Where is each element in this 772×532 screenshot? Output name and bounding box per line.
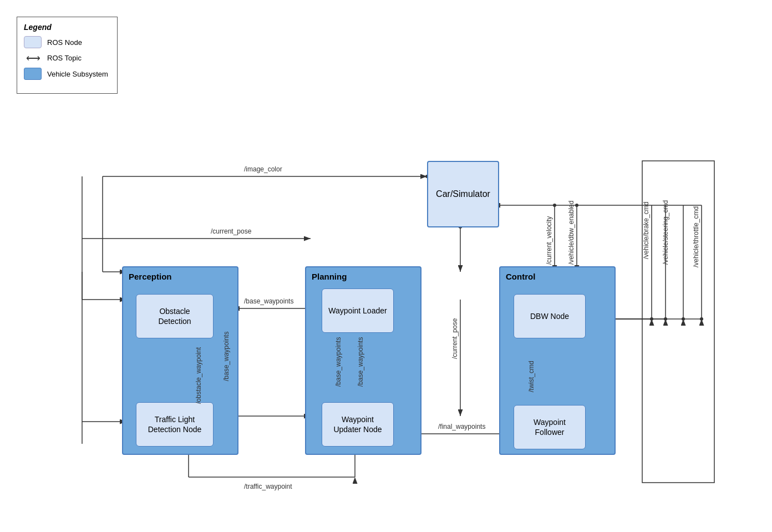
car-simulator-node: Car/Simulator — [427, 161, 499, 227]
waypoint-updater-node: WaypointUpdater Node — [322, 402, 394, 447]
svg-point-32 — [682, 317, 685, 321]
vehicle-throttle-cmd-label: /vehicle/throttle_cmd — [692, 206, 700, 267]
legend-ros-node-label: ROS Node — [47, 38, 82, 47]
obstacle-waypoint-label: /obstacle_waypoint — [195, 347, 202, 404]
waypoint-loader-label: Waypoint Loader — [328, 306, 387, 316]
traffic-light-detection-label: Traffic LightDetection Node — [148, 414, 202, 434]
svg-point-35 — [700, 317, 703, 321]
car-simulator-label: Car/Simulator — [436, 189, 490, 199]
obstacle-detection-node: ObstacleDetection — [136, 294, 214, 338]
waypoint-updater-label: WaypointUpdater Node — [333, 414, 382, 434]
waypoint-follower-node: WaypointFollower — [514, 405, 586, 449]
current-pose-vert-label: /current_pose — [451, 318, 459, 359]
legend-vehicle-label: Vehicle Subsystem — [47, 70, 108, 78]
perception-label: Perception — [129, 272, 172, 281]
legend: Legend ROS Node ⟷ ROS Topic Vehicle Subs… — [17, 17, 118, 94]
vehicle-brake-cmd-label: /vehicle/brake_cmd — [642, 202, 650, 259]
final-waypoints-label: /final_waypoints — [438, 423, 485, 430]
vehicle-steering-cmd-label: /vehicle/steering_cmd — [662, 200, 669, 265]
dbw-node: DBW Node — [514, 294, 586, 338]
current-velocity-label: /current_velocity — [545, 216, 553, 265]
base-waypoints-vert3-label: /base_waypoints — [357, 337, 364, 387]
svg-point-12 — [553, 204, 556, 207]
traffic-light-detection-node: Traffic LightDetection Node — [136, 402, 214, 447]
traffic-waypoint-label: /traffic_waypoint — [244, 483, 292, 490]
waypoint-loader-node: Waypoint Loader — [322, 288, 394, 333]
legend-ros-topic-item: ⟷ ROS Topic — [24, 54, 108, 62]
legend-vehicle-item: Vehicle Subsystem — [24, 68, 108, 80]
legend-ros-node-item: ROS Node — [24, 36, 108, 48]
dbw-node-label: DBW Node — [530, 311, 569, 321]
legend-vehicle-icon — [24, 68, 42, 80]
legend-ros-topic-label: ROS Topic — [47, 54, 82, 62]
legend-title: Legend — [24, 23, 108, 32]
vehicle-dbw-enabled-label: /vehicle/dbw_enabled — [567, 201, 575, 265]
base-waypoints-horiz-label: /base_waypoints — [244, 297, 293, 305]
control-label: Control — [506, 272, 535, 281]
twist-cmd-label: /twist_cmd — [527, 361, 535, 392]
svg-point-27 — [650, 317, 653, 321]
base-waypoints-vert2-label: /base_waypoints — [334, 337, 342, 387]
legend-topic-icon: ⟷ — [24, 55, 42, 62]
obstacle-detection-label: ObstacleDetection — [158, 306, 191, 326]
waypoint-follower-label: WaypointFollower — [534, 417, 566, 437]
svg-point-14 — [575, 204, 578, 207]
legend-ros-node-icon — [24, 36, 42, 48]
image-color-label: /image_color — [244, 165, 282, 173]
planning-label: Planning — [312, 272, 347, 281]
svg-rect-36 — [642, 161, 714, 483]
current-pose-label: /current_pose — [211, 227, 251, 235]
base-waypoints-vert1-label: /base_waypoints — [222, 332, 230, 381]
svg-point-29 — [664, 317, 667, 321]
